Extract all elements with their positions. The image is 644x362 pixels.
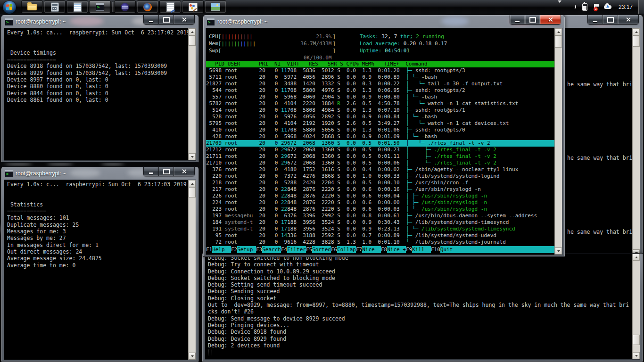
scroll-up-icon[interactable] (189, 28, 196, 35)
taskbar-item-calculator[interactable] (44, 0, 66, 13)
process-row[interactable]: 224 root 20 0 22848 2876 2220 S 0.0 0.6 … (206, 199, 555, 206)
process-row[interactable]: 528 root 20 0 5976 4056 2892 S 0.0 0.9 0… (206, 114, 555, 120)
putty-window-device-timings[interactable]: root@raspberrypi: ~ Every 1.0s: ca... ra… (1, 15, 199, 163)
process-row[interactable]: 223 root 20 0 22848 2876 2220 S 0.0 0.6 … (206, 206, 555, 213)
minimize-button[interactable] (143, 167, 159, 176)
process-row[interactable]: 226 root 20 0 22848 2876 2220 S 0.0 0.6 … (206, 193, 555, 199)
maximize-button[interactable] (159, 15, 174, 25)
function-key-label[interactable]: Setup (237, 246, 256, 253)
function-key[interactable]: F7 (356, 246, 362, 253)
function-key-label[interactable]: Filter (287, 246, 306, 253)
taskbar-item-putty[interactable] (89, 0, 111, 13)
process-row[interactable]: 95 root 20 0 14336 3188 2592 S 0.0 0.7 0… (206, 232, 555, 239)
cloud-sync-icon[interactable] (604, 5, 611, 9)
process-row[interactable]: 376 root 20 0 4180 1752 1616 S 0.0 0.4 0… (206, 166, 555, 173)
process-row[interactable]: 197 messagebu 20 0 6376 3396 2992 S 0.0 … (206, 213, 555, 219)
function-key[interactable]: F4 (281, 246, 287, 253)
process-row[interactable]: 514 root 20 0 11708 5808 4984 S 0.0 1.3 … (206, 107, 555, 114)
process-row[interactable]: 184 systemd-t 20 0 17188 3956 3524 S 0.0… (206, 219, 555, 226)
scrollbar[interactable] (554, 28, 562, 255)
process-row[interactable]: 410 root 20 0 11708 5880 5056 S 0.0 1.3 … (206, 127, 555, 133)
process-row[interactable]: 218 root 20 0 5288 2420 2204 S 0.0 0.5 0… (206, 180, 555, 186)
process-row[interactable]: 544 root 20 0 11708 5800 4976 S 0.0 1.3 … (206, 87, 555, 94)
scrollbar[interactable] (188, 180, 196, 360)
function-key[interactable]: F2 (231, 246, 237, 253)
htop-column-header[interactable]: PID USER PRI NI VIRT RES SHR S CPU% MEM%… (206, 61, 555, 67)
function-key-label[interactable]: Search (262, 246, 281, 253)
process-row[interactable]: 5711 root 20 0 5972 4056 2896 S 0.0 0.9 … (206, 74, 555, 81)
function-key[interactable]: F5 (306, 246, 312, 253)
taskbar-item-writer[interactable] (159, 0, 181, 13)
process-row[interactable]: 21712 root 20 0 29672 2068 1360 S 0.0 0.… (206, 147, 555, 153)
function-key-label[interactable]: Nice + (387, 246, 406, 253)
titlebar[interactable]: root@raspberrypi: ~ (4, 167, 196, 180)
titlebar[interactable]: root@raspberrypi: ~ (206, 15, 562, 28)
process-row[interactable]: 21711 root 20 0 29672 2068 1360 S 0.0 0.… (206, 153, 555, 160)
close-button[interactable] (540, 15, 561, 25)
putty-window-debug-output[interactable]: Debug: Socket switched to non-blocking m… (202, 253, 643, 362)
minimize-button[interactable] (510, 15, 525, 25)
taskbar-item-eclipse[interactable] (114, 0, 136, 13)
taskbar-item-notepad[interactable] (66, 0, 88, 13)
taskbar-item-firefox[interactable] (137, 0, 158, 13)
scrollbar[interactable] (188, 28, 196, 160)
start-button[interactable] (3, 1, 16, 14)
process-row[interactable]: 191 systemd-t 20 0 17188 3956 3524 S 0.0… (206, 226, 555, 232)
action-center-flag-icon[interactable]: × (594, 4, 595, 10)
function-key-label[interactable]: Collap (337, 246, 356, 253)
titlebar[interactable]: root@raspberrypi: ~ (4, 15, 196, 28)
scroll-up-icon[interactable] (633, 254, 640, 261)
scroll-down-icon[interactable] (189, 353, 196, 360)
function-key-label[interactable]: Nice - (362, 246, 381, 253)
process-row[interactable]: 5698 root 20 0 11708 5836 5012 S 0.0 1.3… (206, 67, 555, 74)
hidden-icons-chevron[interactable] (558, 3, 561, 11)
function-key-label[interactable]: Help (212, 246, 231, 253)
function-key-label[interactable]: Kill (412, 246, 431, 253)
scrollbar[interactable] (632, 28, 640, 256)
function-key[interactable]: F3 (256, 246, 262, 253)
maximize-button[interactable] (603, 15, 618, 25)
scroll-down-icon[interactable] (189, 153, 196, 160)
close-button[interactable] (618, 15, 639, 25)
function-key[interactable]: F8 (381, 246, 387, 253)
process-row[interactable]: 21827 root 20 0 3488 1420 1332 S 0.0 0.3… (206, 81, 555, 87)
process-row[interactable]: 217 root 20 0 22848 2876 2220 S 0.0 0.6 … (206, 186, 555, 193)
maximize-button[interactable] (159, 167, 174, 176)
maximize-button[interactable] (525, 15, 540, 25)
process-row[interactable]: 220 root 20 0 7372 4276 3868 S 0.0 1.0 0… (206, 173, 555, 180)
putty-window-statistics[interactable]: root@raspberrypi: ~ Every 1.0s: c... ras… (1, 166, 199, 362)
process-row[interactable]: 5782 root 20 0 4104 2220 1884 R 2.6 0.5 … (206, 100, 555, 107)
process-row[interactable]: 5795 root 20 0 4104 2192 1920 S 2.6 0.5 … (206, 120, 555, 127)
show-desktop-button[interactable] (638, 0, 644, 14)
function-key[interactable]: F1 (206, 246, 212, 253)
function-key[interactable]: F9 (406, 246, 412, 253)
battery-icon[interactable] (582, 3, 587, 11)
minimize-button[interactable] (143, 15, 159, 25)
taskbar-item-explorer[interactable] (21, 0, 43, 13)
close-button[interactable] (174, 15, 195, 25)
process-row[interactable]: 21710 root 20 0 29672 2068 1360 S 0.0 0.… (206, 160, 555, 166)
minimize-button[interactable] (587, 15, 603, 25)
taskbar-item-paint[interactable] (182, 0, 204, 13)
scroll-down-icon[interactable] (555, 247, 562, 255)
volume-icon[interactable] (568, 4, 576, 10)
scroll-up-icon[interactable] (189, 180, 196, 187)
function-key[interactable]: F6 (331, 246, 337, 253)
taskbar-item-image-viewer[interactable] (205, 0, 226, 13)
scroll-down-icon[interactable] (633, 352, 640, 359)
taskbar-clock[interactable]: 23:17 (619, 4, 633, 10)
process-row[interactable]: 72 root 20 0 9616 4228 3828 S 1.3 1.0 0:… (206, 239, 555, 246)
scroll-up-icon[interactable] (555, 28, 562, 35)
function-key-label[interactable]: Sorted (312, 246, 331, 253)
process-row[interactable]: 557 root 20 0 5968 4060 2904 S 0.0 0.9 0… (206, 94, 555, 100)
scrollbar[interactable] (632, 254, 640, 359)
putty-window-htop[interactable]: root@raspberrypi: ~ CPU[||||||||||21.9%]… (203, 15, 565, 257)
process-row[interactable]: 428 root 20 0 5968 4024 2868 S 0.0 0.9 0… (206, 133, 555, 140)
command-cell: /usr/sbin/rsyslogd -n (421, 199, 487, 206)
process-row[interactable]: 21709 root 20 0 29672 2068 1360 S 0.0 0.… (206, 140, 555, 147)
function-key-label[interactable]: Quit (440, 246, 453, 253)
scroll-up-icon[interactable] (633, 28, 640, 35)
function-key[interactable]: F10 (431, 246, 440, 253)
close-button[interactable] (174, 167, 195, 176)
tree-branch: │ └─ (406, 74, 421, 80)
